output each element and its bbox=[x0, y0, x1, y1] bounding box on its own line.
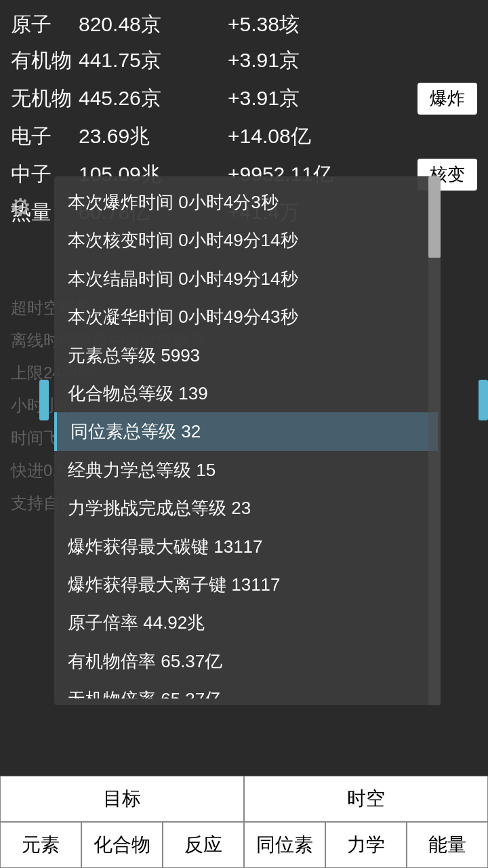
stat-delta-inorganic: +3.91京 bbox=[228, 85, 418, 113]
nav-button-energy[interactable]: 能量 bbox=[407, 822, 488, 868]
stat-value-inorganic: 445.26京 bbox=[79, 85, 228, 113]
stat-name-electron: 电子 bbox=[11, 123, 79, 151]
panel-item-0: 本次爆炸时间 0小时4分3秒 bbox=[54, 183, 438, 221]
scrollbar-track[interactable] bbox=[428, 176, 441, 705]
panel-scroll-area[interactable]: 本次爆炸时间 0小时4分3秒本次核变时间 0小时49分14秒本次结晶时间 0小时… bbox=[54, 183, 441, 698]
scrollbar-thumb[interactable] bbox=[428, 176, 441, 258]
nav-button-target[interactable]: 目标 bbox=[0, 776, 244, 822]
stat-value-atom: 820.48京 bbox=[79, 11, 228, 39]
gear-icon: ⚙ bbox=[9, 193, 31, 221]
nav-button-spacetime[interactable]: 时空 bbox=[244, 776, 488, 822]
panel-item-3: 本次凝华时间 0小时49分43秒 bbox=[54, 298, 438, 336]
panel-item-12: 有机物倍率 65.37亿 bbox=[54, 642, 438, 680]
panel-item-6: 同位素总等级 32 bbox=[54, 412, 438, 450]
stat-delta-electron: +14.08亿 bbox=[228, 123, 477, 151]
panel-item-4: 元素总等级 5993 bbox=[54, 336, 438, 374]
nav-button-mechanics[interactable]: 力学 bbox=[325, 822, 407, 868]
panel-item-13: 无机物倍率 65.37亿 bbox=[54, 680, 438, 698]
stat-name-organic: 有机物 bbox=[11, 47, 79, 75]
right-handle[interactable] bbox=[479, 380, 488, 420]
nav-button-isotope[interactable]: 同位素 bbox=[244, 822, 325, 868]
gear-icon-area[interactable]: ⚙ bbox=[9, 193, 46, 230]
nav-button-element[interactable]: 元素 bbox=[0, 822, 81, 868]
nav-row-1: 目标 时空 bbox=[0, 776, 488, 822]
panel-item-2: 本次结晶时间 0小时49分14秒 bbox=[54, 260, 438, 298]
stat-row-atom: 原子 820.48京 +5.38垓 bbox=[11, 7, 477, 43]
stat-row-inorganic: 无机物 445.26京 +3.91京 爆炸 bbox=[11, 79, 477, 119]
stat-delta-atom: +5.38垓 bbox=[228, 11, 477, 39]
panel-item-10: 爆炸获得最大离子键 13117 bbox=[54, 566, 438, 604]
nav-row-2: 元素 化合物 反应 同位素 力学 能量 bbox=[0, 822, 488, 868]
stat-delta-organic: +3.91京 bbox=[228, 47, 477, 75]
panel-item-1: 本次核变时间 0小时49分14秒 bbox=[54, 221, 438, 259]
nav-button-compound[interactable]: 化合物 bbox=[81, 822, 163, 868]
explode-button[interactable]: 爆炸 bbox=[418, 83, 477, 115]
panel-item-5: 化合物总等级 139 bbox=[54, 374, 438, 412]
stat-value-electron: 23.69兆 bbox=[79, 123, 228, 151]
panel-item-7: 经典力学总等级 15 bbox=[54, 451, 438, 489]
info-panel: 本次爆炸时间 0小时4分3秒本次核变时间 0小时49分14秒本次结晶时间 0小时… bbox=[54, 176, 441, 705]
stat-row-electron: 电子 23.69兆 +14.08亿 bbox=[11, 119, 477, 155]
bottom-navigation: 目标 时空 元素 化合物 反应 同位素 力学 能量 bbox=[0, 776, 488, 868]
panel-item-9: 爆炸获得最大碳键 13117 bbox=[54, 528, 438, 566]
nav-button-reaction[interactable]: 反应 bbox=[163, 822, 244, 868]
stat-name-atom: 原子 bbox=[11, 11, 79, 39]
panel-item-11: 原子倍率 44.92兆 bbox=[54, 604, 438, 642]
panel-item-8: 力学挑战完成总等级 23 bbox=[54, 489, 438, 527]
stat-row-organic: 有机物 441.75京 +3.91京 bbox=[11, 43, 477, 79]
stat-name-inorganic: 无机物 bbox=[11, 85, 79, 113]
stat-value-organic: 441.75京 bbox=[79, 47, 228, 75]
left-handle[interactable] bbox=[39, 380, 49, 420]
